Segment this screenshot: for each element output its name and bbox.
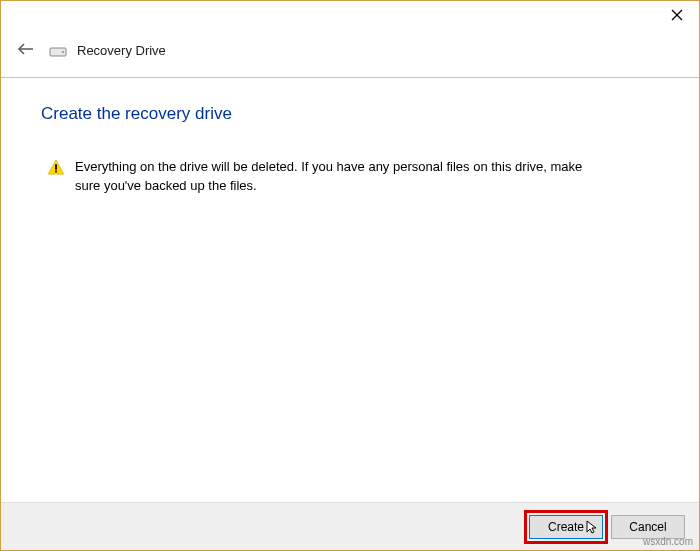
- titlebar: [1, 1, 699, 31]
- wizard-title: Recovery Drive: [77, 43, 166, 58]
- recovery-drive-wizard-window: Recovery Drive Create the recovery drive…: [0, 0, 700, 551]
- create-button-label: Create: [548, 520, 584, 534]
- warning-text: Everything on the drive will be deleted.…: [75, 158, 600, 196]
- warning-row: Everything on the drive will be deleted.…: [47, 158, 659, 196]
- wizard-header: Recovery Drive: [1, 31, 699, 78]
- create-button[interactable]: Create: [529, 515, 603, 539]
- svg-rect-7: [55, 171, 57, 173]
- cursor-icon: [586, 520, 598, 537]
- page-heading: Create the recovery drive: [41, 104, 659, 124]
- cancel-button-label: Cancel: [629, 520, 666, 534]
- back-button[interactable]: [13, 39, 39, 61]
- back-arrow-icon: [17, 42, 35, 56]
- wizard-content: Create the recovery drive Everything on …: [1, 78, 699, 502]
- warning-icon: [47, 158, 65, 176]
- drive-icon: [49, 44, 67, 56]
- svg-rect-6: [55, 164, 57, 169]
- close-button[interactable]: [654, 1, 699, 29]
- svg-marker-8: [587, 521, 596, 533]
- svg-point-4: [62, 51, 64, 53]
- watermark: wsxdn.com: [643, 536, 693, 547]
- cancel-button[interactable]: Cancel: [611, 515, 685, 539]
- wizard-footer: Create Cancel: [1, 502, 699, 550]
- close-icon: [671, 9, 683, 21]
